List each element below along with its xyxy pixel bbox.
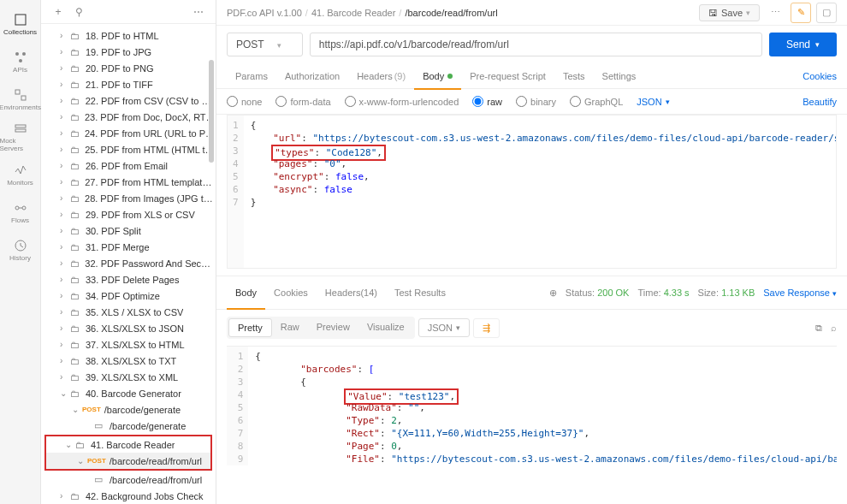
response-toolbar: Pretty Raw Preview Visualize JSON▾ ⇶ ⧉ ⌕: [216, 310, 847, 346]
method-select[interactable]: POST ▾: [227, 33, 303, 56]
highlighted-selection: ⌄🗀41. Barcode Reader⌄POST/barcode/read/f…: [44, 435, 212, 471]
tree-item[interactable]: ⌄🗀41. Barcode Reader: [46, 436, 210, 453]
search-icon[interactable]: ⌕: [831, 323, 837, 334]
new-button[interactable]: +: [48, 2, 68, 22]
tab-settings[interactable]: Settings: [594, 63, 645, 89]
url-input[interactable]: [310, 33, 762, 56]
tree-item[interactable]: ›🗀20. PDF to PNG: [41, 60, 216, 76]
resp-tab-tests[interactable]: Test Results: [386, 282, 454, 304]
tab-authorization[interactable]: Authorization: [276, 63, 348, 89]
globe-icon[interactable]: ⊕: [549, 288, 557, 299]
tree-item[interactable]: ›🗀25. PDF from HTML (HTML to…: [41, 141, 216, 157]
collection-tree[interactable]: ›🗀18. PDF to HTML›🗀19. PDF to JPG›🗀20. P…: [41, 24, 216, 504]
folder-icon: 🗀: [70, 96, 82, 106]
tree-item[interactable]: ›🗀24. PDF from URL (URL to PDF): [41, 125, 216, 141]
tree-item[interactable]: ›🗀36. XLS/XLSX to JSON: [41, 320, 216, 336]
beautify-link[interactable]: Beautify: [803, 97, 837, 107]
more-button[interactable]: ⋯: [188, 2, 209, 22]
body-type-urlencoded[interactable]: x-www-form-urlencoded: [345, 96, 459, 107]
tree-item[interactable]: ›🗀22. PDF from CSV (CSV to P…: [41, 92, 216, 109]
tree-item[interactable]: ⌄POST/barcode/generate: [41, 401, 216, 418]
tree-item[interactable]: ⌄POST/barcode/read/from/url: [46, 453, 210, 469]
tree-item[interactable]: ›🗀42. Background Jobs Check: [41, 488, 216, 504]
resp-format-select[interactable]: JSON▾: [418, 318, 470, 337]
comment-icon[interactable]: ▢: [816, 3, 837, 23]
tree-item[interactable]: ›🗀37. XLS/XLSX to HTML: [41, 336, 216, 353]
tab-params[interactable]: Params: [227, 63, 276, 89]
tree-item[interactable]: ▭/barcode/generate: [41, 418, 216, 434]
send-button[interactable]: Send▾: [769, 33, 837, 56]
tab-body[interactable]: Body: [414, 63, 461, 89]
tree-item[interactable]: ›🗀21. PDF to TIFF: [41, 76, 216, 92]
tab-prerequest[interactable]: Pre-request Script: [461, 63, 554, 89]
rail-mock-servers[interactable]: Mock Servers: [0, 120, 41, 154]
save-button[interactable]: 🖫Save▾: [699, 4, 760, 21]
request-body-editor[interactable]: 1234567 { "url": "https://bytescout-com.…: [227, 115, 837, 269]
resp-tab-cookies[interactable]: Cookies: [265, 282, 317, 304]
tree-item[interactable]: ›🗀27. PDF from HTML template …: [41, 174, 216, 190]
folder-icon: 🗀: [70, 372, 82, 382]
edit-icon[interactable]: ✎: [791, 3, 811, 23]
body-type-formdata[interactable]: form-data: [275, 96, 330, 107]
tab-headers[interactable]: Headers (9): [348, 63, 414, 89]
folder-icon: 🗀: [70, 291, 82, 301]
svg-point-3: [19, 59, 22, 62]
resp-view-visualize[interactable]: Visualize: [358, 318, 413, 337]
resp-view-raw[interactable]: Raw: [272, 318, 308, 337]
tree-item[interactable]: ›🗀29. PDF from XLS or CSV: [41, 206, 216, 222]
status-value: 200 OK: [597, 288, 629, 298]
folder-icon: 🗀: [70, 193, 81, 204]
filter-button[interactable]: ⚲: [68, 2, 89, 22]
folder-icon: 🗀: [70, 491, 82, 501]
more-actions-button[interactable]: ⋯: [765, 3, 785, 23]
resp-wrap-toggle[interactable]: ⇶: [473, 318, 500, 338]
body-type-raw[interactable]: raw: [472, 96, 502, 107]
rail-flows[interactable]: Flows: [0, 195, 41, 229]
tree-item[interactable]: ›🗀28. PDF from Images (JPG to …: [41, 190, 216, 206]
response-body-viewer[interactable]: 1234567891011 { "barcodes": [ { "Value":…: [227, 346, 837, 465]
breadcrumb-folder[interactable]: 41. Barcode Reader: [311, 8, 395, 18]
body-type-binary[interactable]: binary: [516, 96, 556, 107]
rail-apis[interactable]: APIs: [0, 44, 41, 79]
tree-item[interactable]: ›🗀18. PDF to HTML: [41, 27, 216, 44]
tree-item[interactable]: ▭/barcode/read/from/url: [41, 471, 216, 488]
tree-item[interactable]: ›🗀35. XLS / XLSX to CSV: [41, 304, 216, 320]
sidebar: + ⚲ ⋯ ›🗀18. PDF to HTML›🗀19. PDF to JPG›…: [41, 0, 216, 504]
cookies-link[interactable]: Cookies: [803, 71, 837, 81]
scrollbar-thumb[interactable]: [209, 60, 214, 163]
folder-icon: 🗀: [70, 145, 82, 155]
breadcrumb-root[interactable]: PDF.co API v.1.00: [227, 8, 302, 18]
tree-item[interactable]: ›🗀33. PDF Delete Pages: [41, 271, 216, 288]
tree-item[interactable]: ⌄🗀40. Barcode Generator: [41, 385, 216, 401]
tree-item[interactable]: ›🗀39. XLS/XLSX to XML: [41, 369, 216, 385]
tab-tests[interactable]: Tests: [554, 63, 594, 89]
folder-icon: 🗀: [70, 242, 82, 252]
tree-item[interactable]: ›🗀32. PDF Password And Secur…: [41, 255, 216, 271]
tree-item[interactable]: ›🗀26. PDF from Email: [41, 157, 216, 174]
resp-tab-headers[interactable]: Headers (14): [317, 282, 386, 304]
tree-item[interactable]: ›🗀31. PDF Merge: [41, 239, 216, 255]
svg-rect-4: [15, 90, 20, 94]
folder-icon: 🗀: [70, 80, 82, 90]
time-value: 4.33 s: [664, 288, 690, 298]
body-raw-type-select[interactable]: JSON▾: [637, 97, 669, 107]
tree-item[interactable]: ›🗀38. XLS/XLSX to TXT: [41, 353, 216, 369]
save-response-link[interactable]: Save Response ▾: [763, 288, 837, 299]
tree-item[interactable]: ›🗀23. PDF from Doc, DocX, RTF…: [41, 109, 216, 125]
rail-environments[interactable]: Environments: [0, 82, 41, 116]
folder-icon: 🗀: [70, 63, 82, 74]
resp-view-pretty[interactable]: Pretty: [228, 318, 272, 337]
resp-tab-body[interactable]: Body: [227, 282, 265, 304]
svg-rect-7: [15, 129, 26, 132]
tree-item[interactable]: ›🗀30. PDF Split: [41, 222, 216, 239]
rail-monitors[interactable]: Monitors: [0, 157, 41, 192]
rail-history[interactable]: History: [0, 233, 41, 267]
body-type-none[interactable]: none: [227, 96, 262, 107]
body-type-graphql[interactable]: GraphQL: [570, 96, 623, 107]
tree-item[interactable]: ›🗀34. PDF Optimize: [41, 288, 216, 304]
tree-item[interactable]: ›🗀19. PDF to JPG: [41, 44, 216, 60]
copy-icon[interactable]: ⧉: [815, 323, 822, 334]
rail-collections[interactable]: Collections: [0, 7, 41, 41]
folder-icon: 🗀: [70, 226, 82, 236]
resp-view-preview[interactable]: Preview: [308, 318, 358, 337]
